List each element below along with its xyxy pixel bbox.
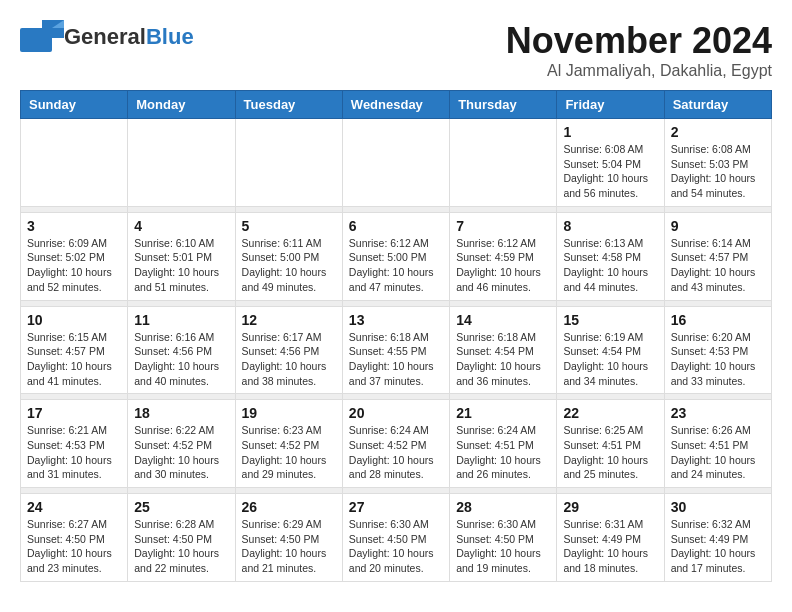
- day-number: 18: [134, 405, 228, 421]
- day-number: 17: [27, 405, 121, 421]
- calendar-cell: 10Sunrise: 6:15 AM Sunset: 4:57 PM Dayli…: [21, 306, 128, 394]
- day-info: Sunrise: 6:24 AM Sunset: 4:52 PM Dayligh…: [349, 423, 443, 482]
- month-title: November 2024: [506, 20, 772, 62]
- day-info: Sunrise: 6:21 AM Sunset: 4:53 PM Dayligh…: [27, 423, 121, 482]
- day-number: 8: [563, 218, 657, 234]
- calendar-cell: 2Sunrise: 6:08 AM Sunset: 5:03 PM Daylig…: [664, 119, 771, 207]
- day-info: Sunrise: 6:20 AM Sunset: 4:53 PM Dayligh…: [671, 330, 765, 389]
- day-number: 1: [563, 124, 657, 140]
- day-info: Sunrise: 6:14 AM Sunset: 4:57 PM Dayligh…: [671, 236, 765, 295]
- day-info: Sunrise: 6:31 AM Sunset: 4:49 PM Dayligh…: [563, 517, 657, 576]
- weekday-header-wednesday: Wednesday: [342, 91, 449, 119]
- day-info: Sunrise: 6:26 AM Sunset: 4:51 PM Dayligh…: [671, 423, 765, 482]
- calendar-cell: 5Sunrise: 6:11 AM Sunset: 5:00 PM Daylig…: [235, 212, 342, 300]
- calendar-cell: 13Sunrise: 6:18 AM Sunset: 4:55 PM Dayli…: [342, 306, 449, 394]
- calendar-cell: 20Sunrise: 6:24 AM Sunset: 4:52 PM Dayli…: [342, 400, 449, 488]
- calendar-cell: [21, 119, 128, 207]
- calendar-cell: 28Sunrise: 6:30 AM Sunset: 4:50 PM Dayli…: [450, 494, 557, 582]
- calendar-cell: 6Sunrise: 6:12 AM Sunset: 5:00 PM Daylig…: [342, 212, 449, 300]
- weekday-header-row: SundayMondayTuesdayWednesdayThursdayFrid…: [21, 91, 772, 119]
- day-number: 2: [671, 124, 765, 140]
- logo-icon: [20, 20, 64, 54]
- day-info: Sunrise: 6:30 AM Sunset: 4:50 PM Dayligh…: [456, 517, 550, 576]
- weekday-header-saturday: Saturday: [664, 91, 771, 119]
- day-info: Sunrise: 6:18 AM Sunset: 4:55 PM Dayligh…: [349, 330, 443, 389]
- day-info: Sunrise: 6:29 AM Sunset: 4:50 PM Dayligh…: [242, 517, 336, 576]
- day-number: 4: [134, 218, 228, 234]
- day-info: Sunrise: 6:13 AM Sunset: 4:58 PM Dayligh…: [563, 236, 657, 295]
- calendar-cell: 7Sunrise: 6:12 AM Sunset: 4:59 PM Daylig…: [450, 212, 557, 300]
- weekday-header-tuesday: Tuesday: [235, 91, 342, 119]
- day-number: 29: [563, 499, 657, 515]
- day-number: 12: [242, 312, 336, 328]
- calendar-cell: 17Sunrise: 6:21 AM Sunset: 4:53 PM Dayli…: [21, 400, 128, 488]
- logo-blue-text: Blue: [146, 24, 194, 49]
- calendar-cell: 11Sunrise: 6:16 AM Sunset: 4:56 PM Dayli…: [128, 306, 235, 394]
- page-header: GeneralBlue November 2024 Al Jammaliyah,…: [20, 20, 772, 80]
- title-section: November 2024 Al Jammaliyah, Dakahlia, E…: [506, 20, 772, 80]
- day-number: 9: [671, 218, 765, 234]
- week-row-2: 3Sunrise: 6:09 AM Sunset: 5:02 PM Daylig…: [21, 212, 772, 300]
- day-number: 30: [671, 499, 765, 515]
- calendar-cell: 3Sunrise: 6:09 AM Sunset: 5:02 PM Daylig…: [21, 212, 128, 300]
- day-number: 27: [349, 499, 443, 515]
- day-info: Sunrise: 6:09 AM Sunset: 5:02 PM Dayligh…: [27, 236, 121, 295]
- week-row-1: 1Sunrise: 6:08 AM Sunset: 5:04 PM Daylig…: [21, 119, 772, 207]
- day-number: 22: [563, 405, 657, 421]
- calendar-cell: 4Sunrise: 6:10 AM Sunset: 5:01 PM Daylig…: [128, 212, 235, 300]
- calendar-cell: 23Sunrise: 6:26 AM Sunset: 4:51 PM Dayli…: [664, 400, 771, 488]
- day-info: Sunrise: 6:18 AM Sunset: 4:54 PM Dayligh…: [456, 330, 550, 389]
- week-row-5: 24Sunrise: 6:27 AM Sunset: 4:50 PM Dayli…: [21, 494, 772, 582]
- week-row-4: 17Sunrise: 6:21 AM Sunset: 4:53 PM Dayli…: [21, 400, 772, 488]
- calendar-cell: 26Sunrise: 6:29 AM Sunset: 4:50 PM Dayli…: [235, 494, 342, 582]
- day-info: Sunrise: 6:12 AM Sunset: 5:00 PM Dayligh…: [349, 236, 443, 295]
- day-info: Sunrise: 6:30 AM Sunset: 4:50 PM Dayligh…: [349, 517, 443, 576]
- day-number: 15: [563, 312, 657, 328]
- calendar-cell: 19Sunrise: 6:23 AM Sunset: 4:52 PM Dayli…: [235, 400, 342, 488]
- weekday-header-monday: Monday: [128, 91, 235, 119]
- day-number: 5: [242, 218, 336, 234]
- day-info: Sunrise: 6:10 AM Sunset: 5:01 PM Dayligh…: [134, 236, 228, 295]
- day-info: Sunrise: 6:25 AM Sunset: 4:51 PM Dayligh…: [563, 423, 657, 482]
- day-number: 21: [456, 405, 550, 421]
- day-info: Sunrise: 6:32 AM Sunset: 4:49 PM Dayligh…: [671, 517, 765, 576]
- calendar-cell: 15Sunrise: 6:19 AM Sunset: 4:54 PM Dayli…: [557, 306, 664, 394]
- calendar-cell: 27Sunrise: 6:30 AM Sunset: 4:50 PM Dayli…: [342, 494, 449, 582]
- calendar-cell: 16Sunrise: 6:20 AM Sunset: 4:53 PM Dayli…: [664, 306, 771, 394]
- calendar-cell: [342, 119, 449, 207]
- day-number: 3: [27, 218, 121, 234]
- day-info: Sunrise: 6:28 AM Sunset: 4:50 PM Dayligh…: [134, 517, 228, 576]
- calendar-cell: 9Sunrise: 6:14 AM Sunset: 4:57 PM Daylig…: [664, 212, 771, 300]
- day-info: Sunrise: 6:23 AM Sunset: 4:52 PM Dayligh…: [242, 423, 336, 482]
- day-number: 23: [671, 405, 765, 421]
- day-info: Sunrise: 6:19 AM Sunset: 4:54 PM Dayligh…: [563, 330, 657, 389]
- day-number: 11: [134, 312, 228, 328]
- location-title: Al Jammaliyah, Dakahlia, Egypt: [506, 62, 772, 80]
- calendar-cell: 29Sunrise: 6:31 AM Sunset: 4:49 PM Dayli…: [557, 494, 664, 582]
- day-number: 7: [456, 218, 550, 234]
- day-info: Sunrise: 6:08 AM Sunset: 5:04 PM Dayligh…: [563, 142, 657, 201]
- calendar-cell: [450, 119, 557, 207]
- week-row-3: 10Sunrise: 6:15 AM Sunset: 4:57 PM Dayli…: [21, 306, 772, 394]
- day-number: 20: [349, 405, 443, 421]
- calendar-cell: [128, 119, 235, 207]
- day-number: 26: [242, 499, 336, 515]
- calendar-cell: 22Sunrise: 6:25 AM Sunset: 4:51 PM Dayli…: [557, 400, 664, 488]
- day-number: 28: [456, 499, 550, 515]
- day-number: 25: [134, 499, 228, 515]
- day-info: Sunrise: 6:11 AM Sunset: 5:00 PM Dayligh…: [242, 236, 336, 295]
- calendar-cell: 25Sunrise: 6:28 AM Sunset: 4:50 PM Dayli…: [128, 494, 235, 582]
- calendar-table: SundayMondayTuesdayWednesdayThursdayFrid…: [20, 90, 772, 582]
- day-number: 16: [671, 312, 765, 328]
- calendar-cell: 8Sunrise: 6:13 AM Sunset: 4:58 PM Daylig…: [557, 212, 664, 300]
- calendar-cell: 24Sunrise: 6:27 AM Sunset: 4:50 PM Dayli…: [21, 494, 128, 582]
- calendar-cell: 18Sunrise: 6:22 AM Sunset: 4:52 PM Dayli…: [128, 400, 235, 488]
- logo: GeneralBlue: [20, 20, 194, 54]
- day-number: 24: [27, 499, 121, 515]
- day-number: 6: [349, 218, 443, 234]
- day-info: Sunrise: 6:24 AM Sunset: 4:51 PM Dayligh…: [456, 423, 550, 482]
- calendar-cell: 14Sunrise: 6:18 AM Sunset: 4:54 PM Dayli…: [450, 306, 557, 394]
- weekday-header-friday: Friday: [557, 91, 664, 119]
- day-info: Sunrise: 6:16 AM Sunset: 4:56 PM Dayligh…: [134, 330, 228, 389]
- day-number: 10: [27, 312, 121, 328]
